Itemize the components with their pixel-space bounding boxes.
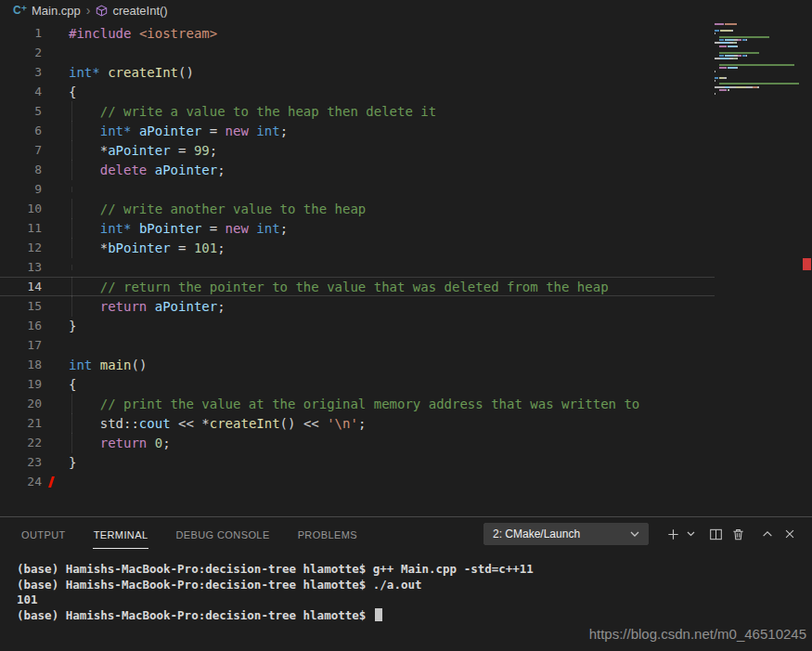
line-number[interactable]: 14 [0, 280, 42, 293]
minimap-line [715, 89, 800, 91]
line-number[interactable]: 1 [0, 26, 42, 40]
line-number[interactable]: 23 [0, 455, 42, 469]
code-line[interactable]: 8 delete aPointer; [0, 160, 812, 179]
code-line[interactable]: 17 [0, 335, 812, 355]
panel-tab-debug-console[interactable]: DEBUG CONSOLE [174, 520, 270, 549]
panel-actions [662, 523, 801, 545]
line-number[interactable]: 3 [0, 65, 42, 79]
code-editor[interactable]: 1#include <iostream>23int* createInt()4{… [0, 20, 812, 516]
line-number[interactable]: 13 [0, 260, 42, 274]
line-number[interactable]: 10 [0, 202, 42, 215]
code-line[interactable]: 6 int* aPointer = new int; [0, 121, 812, 140]
code-line[interactable]: 2 [0, 43, 812, 62]
line-number[interactable]: 17 [0, 338, 42, 352]
minimap-line [715, 46, 800, 47]
indent-guide [71, 413, 72, 434]
line-number[interactable]: 16 [0, 319, 42, 332]
indent-guide [71, 433, 72, 453]
minimap-line [715, 39, 800, 41]
line-number[interactable]: 8 [0, 163, 42, 176]
minimap-line [715, 23, 800, 25]
breadcrumb: Main.cpp › createInt() [0, 0, 812, 20]
maximize-panel-button[interactable] [756, 523, 779, 545]
split-terminal-button[interactable] [704, 523, 727, 545]
line-number[interactable]: 7 [0, 143, 42, 157]
code-line[interactable]: 15 return aPointer; [0, 296, 812, 316]
code-line[interactable]: 18int main() [0, 355, 812, 374]
minimap-line [715, 61, 800, 63]
code-text: // write a value to the heap then delete… [69, 104, 436, 119]
panel-header: OUTPUTTERMINALDEBUG CONSOLEPROBLEMS 2: C… [0, 517, 812, 551]
terminal-line: (base) Hamishs-MacBook-Pro:decision-tree… [17, 562, 812, 578]
code-text: } [69, 455, 76, 470]
code-line[interactable]: 12 *bPointer = 101; [0, 238, 812, 257]
indent-guide [71, 187, 72, 192]
minimap-line [715, 26, 800, 28]
minimap-line [715, 55, 800, 57]
minimap[interactable] [715, 23, 800, 98]
new-terminal-dropdown-button[interactable] [684, 523, 697, 545]
line-number[interactable]: 20 [0, 397, 42, 410]
terminal-line: (base) Hamishs-MacBook-Pro:decision-tree… [17, 578, 812, 593]
panel-tab-terminal[interactable]: TERMINAL [93, 520, 149, 549]
line-number[interactable]: 9 [0, 182, 42, 196]
indent-guide [71, 277, 72, 297]
code-line[interactable]: 14 // return the pointer to the value th… [0, 277, 715, 296]
code-text: return aPointer; [69, 299, 226, 314]
code-line[interactable]: 19{ [0, 374, 812, 394]
overview-ruler[interactable] [802, 20, 812, 516]
new-terminal-button[interactable] [662, 523, 684, 545]
panel-tabs: OUTPUTTERMINALDEBUG CONSOLEPROBLEMS [20, 520, 358, 549]
line-number[interactable]: 19 [0, 377, 42, 391]
line-number[interactable]: 2 [0, 46, 42, 59]
line-number[interactable]: 22 [0, 436, 42, 449]
indent-guide [71, 265, 72, 270]
line-number[interactable]: 24 [0, 475, 42, 488]
minimap-line [715, 42, 800, 44]
close-panel-button[interactable] [779, 523, 801, 545]
kill-terminal-button[interactable] [727, 523, 749, 545]
code-line[interactable]: 7 *aPointer = 99; [0, 140, 812, 160]
minimap-line [715, 96, 800, 98]
code-line[interactable]: 21 std::cout << *createInt() << '\n'; [0, 413, 812, 433]
code-line[interactable]: 1#include <iostream> [0, 23, 812, 43]
panel-tab-output[interactable]: OUTPUT [20, 520, 67, 549]
breadcrumb-file[interactable]: Main.cpp [32, 4, 81, 18]
minimap-line [715, 52, 800, 54]
code-line[interactable]: 13 [0, 257, 812, 277]
code-line[interactable]: 23} [0, 452, 812, 472]
code-line[interactable]: 22 return 0; [0, 433, 812, 452]
breadcrumb-symbol[interactable]: createInt() [112, 4, 167, 18]
line-number[interactable]: 12 [0, 241, 42, 254]
line-number[interactable]: 11 [0, 221, 42, 235]
code-line[interactable]: 5 // write a value to the heap then dele… [0, 101, 812, 121]
code-line[interactable]: 11 int* bPointer = new int; [0, 218, 812, 238]
code-text: // return the pointer to the value that … [69, 280, 609, 294]
line-number[interactable]: 4 [0, 85, 42, 98]
minimap-line [715, 64, 800, 66]
line-number[interactable]: 6 [0, 124, 42, 137]
terminal-output[interactable]: (base) Hamishs-MacBook-Pro:decision-tree… [0, 551, 812, 623]
line-number[interactable]: 15 [0, 299, 42, 313]
code-line[interactable]: 4{ [0, 82, 812, 101]
line-number[interactable]: 18 [0, 358, 42, 371]
code-line[interactable]: 24 [0, 472, 812, 491]
line-number[interactable]: 21 [0, 416, 42, 430]
chevron-down-icon [630, 531, 639, 538]
indent-guide [71, 394, 72, 414]
code-text: // write another value to the heap [69, 202, 366, 216]
line-number[interactable]: 5 [0, 104, 42, 118]
minimap-line [715, 73, 800, 75]
watermark: https://blog.csdn.net/m0_46510245 [589, 626, 806, 642]
indent-guide [71, 238, 72, 258]
code-line[interactable]: 3int* createInt() [0, 62, 812, 82]
panel-tab-problems[interactable]: PROBLEMS [297, 520, 358, 549]
code-line[interactable]: 10 // write another value to the heap [0, 199, 812, 218]
code-line[interactable]: 9 [0, 179, 812, 199]
terminal-dropdown[interactable]: 2: CMake/Launch [483, 523, 649, 545]
code-line[interactable]: 16} [0, 316, 812, 335]
code-line[interactable]: 20 // print the value at the original me… [0, 394, 812, 413]
minimap-line [715, 58, 800, 59]
plus-icon [666, 527, 680, 541]
minimap-line [715, 80, 800, 82]
